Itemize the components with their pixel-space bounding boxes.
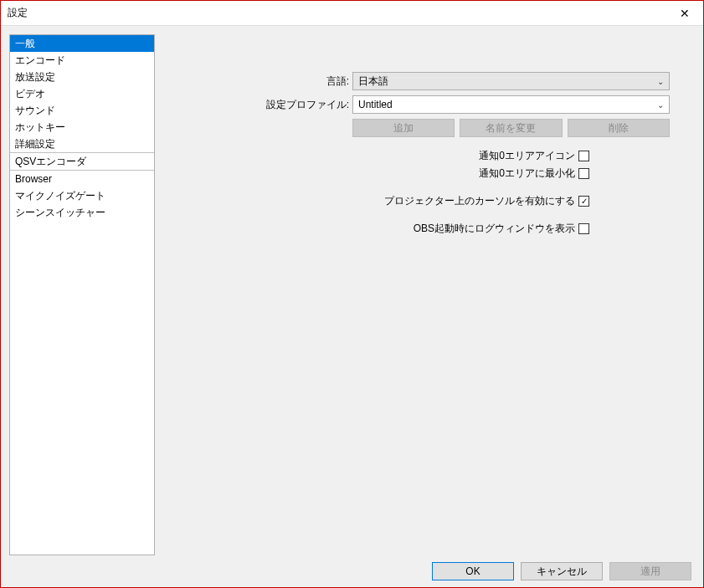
tray-icon-checkbox[interactable] <box>578 151 589 161</box>
sidebar-item-6[interactable]: 詳細設定 <box>10 135 154 152</box>
profile-value: Untitled <box>358 99 393 110</box>
sidebar-item-5[interactable]: ホットキー <box>10 119 154 135</box>
add-button[interactable]: 追加 <box>352 119 455 137</box>
close-icon: ✕ <box>680 7 690 20</box>
sidebar-item-10[interactable]: シーンスイッチャー <box>10 204 154 221</box>
sidebar-item-9[interactable]: マイクノイズゲート <box>10 187 154 204</box>
log-window-row: OBS起動時にログウィンドウを表示 <box>163 222 670 236</box>
sidebar-item-8[interactable]: Browser <box>10 170 154 187</box>
cancel-button[interactable]: キャンセル <box>521 562 603 580</box>
minimize-tray-label: 通知0エリアに最小化 <box>479 166 575 181</box>
content-area: 一般エンコード放送設定ビデオサウンドホットキー詳細設定QSVエンコーダBrows… <box>1 26 703 555</box>
profile-row: 設定プロファイル: Untitled ⌄ <box>163 95 670 114</box>
language-label: 言語: <box>163 74 352 89</box>
footer: OK キャンセル 適用 <box>1 555 703 587</box>
log-window-checkbox[interactable] <box>578 223 589 234</box>
profile-dropdown[interactable]: Untitled ⌄ <box>352 95 670 114</box>
delete-button[interactable]: 削除 <box>568 119 670 137</box>
minimize-tray-checkbox[interactable] <box>578 168 589 179</box>
apply-button[interactable]: 適用 <box>609 562 691 580</box>
sidebar: 一般エンコード放送設定ビデオサウンドホットキー詳細設定QSVエンコーダBrows… <box>9 34 155 555</box>
sidebar-item-0[interactable]: 一般 <box>10 35 154 52</box>
projector-cursor-checkbox[interactable]: ✓ <box>578 196 589 207</box>
chevron-down-icon: ⌄ <box>657 77 664 86</box>
close-button[interactable]: ✕ <box>665 1 703 26</box>
profile-label: 設定プロファイル: <box>163 98 352 112</box>
main-panel: 言語: 日本語 ⌄ 設定プロファイル: Untitled ⌄ 追加 名前を変更 … <box>155 34 695 555</box>
titlebar: 設定 ✕ <box>1 1 703 26</box>
chevron-down-icon: ⌄ <box>657 100 664 110</box>
sidebar-item-3[interactable]: ビデオ <box>10 85 154 102</box>
language-value: 日本語 <box>358 74 388 89</box>
profile-buttons: 追加 名前を変更 削除 <box>352 119 670 137</box>
rename-button[interactable]: 名前を変更 <box>460 119 562 137</box>
projector-cursor-label: プロジェクター上のカーソルを有効にする <box>384 194 575 208</box>
tray-icon-row: 通知0エリアアイコン <box>163 149 670 163</box>
log-window-label: OBS起動時にログウィンドウを表示 <box>414 222 575 236</box>
language-row: 言語: 日本語 ⌄ <box>163 72 670 90</box>
sidebar-item-2[interactable]: 放送設定 <box>10 69 154 85</box>
window-title: 設定 <box>8 6 28 20</box>
settings-window: 設定 ✕ 一般エンコード放送設定ビデオサウンドホットキー詳細設定QSVエンコーダ… <box>0 0 704 588</box>
ok-button[interactable]: OK <box>432 562 514 580</box>
minimize-tray-row: 通知0エリアに最小化 <box>163 166 670 181</box>
sidebar-item-4[interactable]: サウンド <box>10 102 154 119</box>
sidebar-item-1[interactable]: エンコード <box>10 52 154 69</box>
sidebar-item-7[interactable]: QSVエンコーダ <box>10 152 154 170</box>
language-dropdown[interactable]: 日本語 ⌄ <box>352 72 670 90</box>
projector-cursor-row: プロジェクター上のカーソルを有効にする ✓ <box>163 194 670 208</box>
tray-icon-label: 通知0エリアアイコン <box>479 149 575 163</box>
